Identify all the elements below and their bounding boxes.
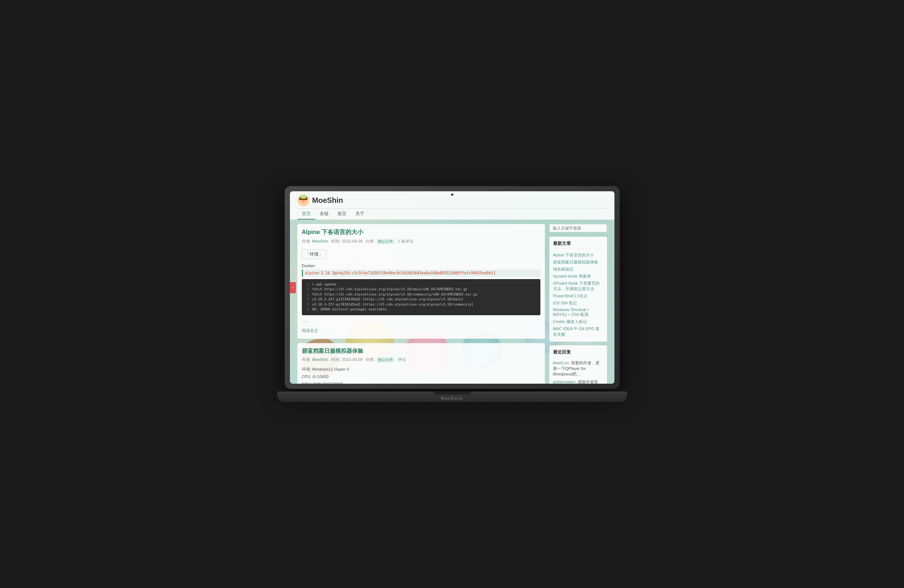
line-num-6: 6 — [305, 307, 309, 312]
nav-item-about[interactable]: 关于 — [351, 209, 369, 220]
svg-rect-6 — [300, 196, 306, 199]
code-line-6: 6 OK: 20066 distinct packages available — [305, 307, 537, 312]
sidebar: 最新文章 Alpine 下各语言的大小 碧蓝档案日服模拟器体验 域名邮箱记 Xp… — [549, 224, 607, 384]
nav-item-guestbook[interactable]: 留言 — [333, 209, 351, 220]
recent-comments-widget: 最近回复 ifree6.cn: 亲爱的作者，更新一下QPlayer for Wo… — [549, 345, 607, 384]
article-1-meta: 作者: MoeShin 时间: 2023-09-28 分类: 数以分类 1 条评… — [302, 239, 541, 245]
article-1-author[interactable]: MoeShin — [312, 239, 328, 243]
line-text-6: OK: 20066 distinct packages available — [312, 307, 387, 312]
content-area: Alpine 下各语言的大小 作者: MoeShin 时间: 2023-09-2… — [297, 224, 545, 384]
line-num-3: 3 — [305, 292, 309, 297]
code-line-3: 3 fetch https://dl-cdn.alpinelinux.org/a… — [305, 292, 537, 297]
env-section-label: 「环境」 — [302, 250, 326, 259]
recent-article-2[interactable]: 域名邮箱记 — [553, 266, 603, 273]
env-cpu: CPU: i5-10400 — [302, 373, 541, 381]
main-layout: Alpine 下各语言的大小 作者: MoeShin 时间: 2023-09-2… — [290, 220, 615, 384]
article-1-date: 2023-09-28 — [341, 239, 362, 243]
recent-article-3[interactable]: Xposed Hook 替换类 — [553, 273, 603, 280]
article-2-date: 2023-09-08 — [341, 357, 362, 362]
code-line-2: 2 fetch https://dl-cdn.alpinelinux.org/a… — [305, 287, 537, 292]
recent-article-8[interactable]: Cmder 修改 λ 标记 — [553, 318, 603, 325]
nav-item-home[interactable]: 首页 — [297, 209, 315, 220]
site-logo — [297, 194, 309, 206]
laptop-hinge — [433, 392, 471, 395]
recent-article-7[interactable]: Windows Terminal + MSYS2 + ZSH 配置 — [553, 307, 603, 318]
line-num-5: 5 — [305, 302, 309, 307]
article-2-meta: 作者: MoeShin 时间: 2023-09-08 分类: 数以分类 评论 — [302, 357, 541, 363]
recent-articles-title: 最新文章 — [553, 240, 603, 248]
recent-article-9[interactable]: MAC IDEA 中 Git GPG 签名失败 — [553, 325, 603, 338]
article-1-comments[interactable]: 1 条评论 — [398, 239, 414, 245]
search-box[interactable] — [549, 224, 607, 232]
site-title: MoeShin — [312, 196, 343, 205]
line-text-1: > apk update — [312, 282, 337, 287]
article-1-title[interactable]: Alpine 下各语言的大小 — [302, 229, 541, 236]
article-1-category[interactable]: 数以分类 — [376, 239, 395, 245]
article-2-category[interactable]: 数以分类 — [376, 357, 395, 363]
recent-article-6[interactable]: iOS ISH 笔记 — [553, 300, 603, 307]
recent-article-0[interactable]: Alpine 下各语言的大小 — [553, 251, 603, 259]
nav-item-friends[interactable]: 友链 — [315, 209, 333, 220]
line-num-2: 2 — [305, 287, 309, 292]
article-card-1: Alpine 下各语言的大小 作者: MoeShin 时间: 2023-09-2… — [297, 224, 545, 339]
env-code: alpine:3.18.3@sha256:c3c5fda71656f28e49a… — [302, 269, 541, 277]
laptop-base: MacBook — [277, 392, 627, 402]
search-input[interactable] — [553, 226, 604, 230]
code-line-1: 1 > apk update — [305, 282, 537, 287]
code-line-4: 4 v3.18.3-247-g11534638dd2 [https://dl-c… — [305, 297, 537, 302]
nav-prev-arrow[interactable]: › — [290, 282, 296, 293]
laptop-body: › — [285, 186, 620, 389]
recent-comments-title: 最近回复 — [553, 349, 603, 357]
recent-articles-widget: 最新文章 Alpine 下各语言的大小 碧蓝档案日服模拟器体验 域名邮箱记 Xp… — [549, 237, 607, 341]
article-2-author[interactable]: MoeShin — [312, 357, 328, 362]
camera-dot — [451, 193, 453, 196]
line-text-5: v3.18.3-257-gc78192d5e42 [https://dl-cdn… — [312, 302, 473, 307]
env-os: 环境: Windows11 Hyper-V — [302, 366, 541, 373]
ellipsis-1: ...... — [302, 318, 541, 324]
line-text-3: fetch https://dl-cdn.alpinelinux.org/alp… — [312, 292, 477, 297]
screen-bezel: › — [290, 191, 615, 384]
laptop-wrapper: › — [285, 186, 620, 402]
comment-1-author[interactable]: goldenwater — [553, 379, 575, 384]
nav-bar: 首页 友链 留言 关于 — [297, 209, 607, 220]
article-2-env: 环境: Windows11 Hyper-V CPU: i5-10400 GPU:… — [302, 366, 541, 384]
comment-1: goldenwater: 感谢作者答复！目前已经解决问题ovo — [553, 379, 603, 384]
recent-article-4[interactable]: XPosed Hook 子类重写的方法，开调用父类方法 — [553, 280, 603, 292]
code-line-5: 5 v3.18.3-257-gc78192d5e42 [https://dl-c… — [305, 302, 537, 307]
recent-article-5[interactable]: PowerShell [ ] 转义 — [553, 292, 603, 300]
article-2-comments[interactable]: 评论 — [398, 357, 406, 363]
screen-content: › — [290, 191, 615, 384]
read-more-1[interactable]: 阅读全文 — [302, 327, 318, 334]
comment-0-author[interactable]: ifree6.cn — [553, 360, 569, 365]
article-card-2: 碧蓝档案日服模拟器体验 作者: MoeShin 时间: 2023-09-08 分… — [297, 343, 545, 384]
code-block-1: 1 > apk update 2 fetch https://dl-cdn.al… — [302, 279, 541, 315]
env-text: Docker: — [302, 264, 316, 268]
site-wrapper[interactable]: › — [290, 191, 615, 384]
comment-0: ifree6.cn: 亲爱的作者，更新一下QPlayer for Wordpre… — [553, 360, 603, 377]
article-1-body: 「环境」 Docker: alpine:3.18.3@sha256:c3c5fd… — [302, 248, 541, 334]
line-text-4: v3.18.3-247-g11534638dd2 [https://dl-cdn… — [312, 297, 463, 302]
recent-article-1[interactable]: 碧蓝档案日服模拟器体验 — [553, 259, 603, 266]
logo-avatar — [297, 194, 309, 206]
article-2-title[interactable]: 碧蓝档案日服模拟器体验 — [302, 348, 541, 355]
header-top: MoeShin — [297, 194, 607, 209]
line-num-1: 1 — [305, 282, 309, 287]
line-text-2: fetch https://dl-cdn.alpinelinux.org/alp… — [312, 287, 468, 292]
line-num-4: 4 — [305, 297, 309, 302]
svg-point-5 — [302, 201, 305, 203]
env-gpu: GPU: AMD RX5500XT — [302, 381, 541, 384]
laptop-brand: MacBook — [441, 396, 463, 400]
